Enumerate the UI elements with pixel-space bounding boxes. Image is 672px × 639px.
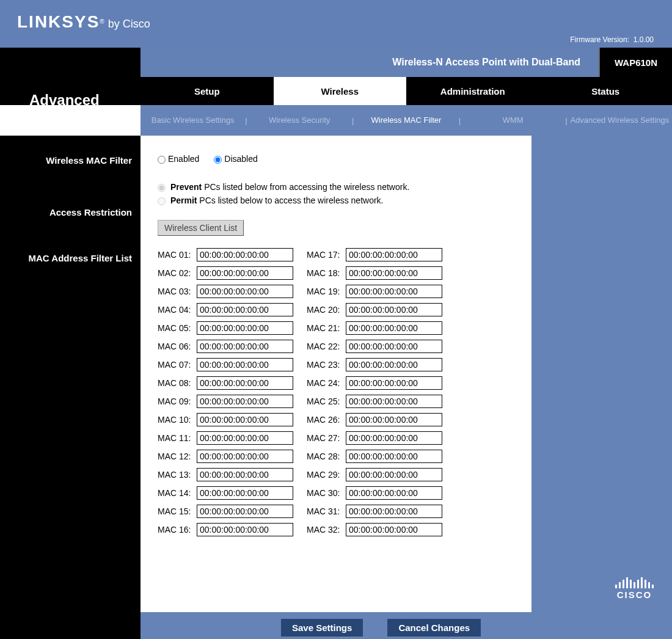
header-bar: LINKSYS®by Cisco Firmware Version: 1.0.0… [0, 0, 672, 48]
mac-label: MAC 26: [307, 415, 346, 425]
mac-input-03[interactable] [197, 285, 293, 298]
mac-input-02[interactable] [197, 266, 293, 280]
cancel-button[interactable]: Cancel Changes [387, 619, 481, 637]
mac-input-16[interactable] [197, 523, 293, 536]
mac-row: MAC 29: [307, 468, 442, 481]
radio-enabled-label[interactable]: Enabled [158, 154, 199, 164]
prevent-row[interactable]: Prevent PCs listed below from accessing … [158, 182, 520, 192]
mac-input-29[interactable] [346, 468, 442, 481]
section-maclist: MAC Address Filter List [0, 247, 141, 269]
mac-input-28[interactable] [346, 450, 442, 463]
mac-label: MAC 04: [158, 305, 197, 315]
main-tabs: Setup Wireless Administration Status [141, 77, 672, 105]
mac-input-07[interactable] [197, 358, 293, 371]
mac-row: MAC 15: [158, 505, 293, 518]
mac-input-04[interactable] [197, 303, 293, 316]
mac-row: MAC 30: [307, 486, 442, 500]
mac-input-32[interactable] [346, 523, 442, 536]
mac-input-01[interactable] [197, 248, 293, 261]
tab-setup[interactable]: Setup [141, 77, 274, 105]
radio-disabled[interactable] [214, 156, 222, 164]
mac-input-21[interactable] [346, 321, 442, 335]
mac-input-13[interactable] [197, 468, 293, 481]
subtab-security[interactable]: Wireless Security [247, 115, 352, 125]
section-restriction: Access Restriction [0, 201, 141, 224]
radio-disabled-label[interactable]: Disabled [214, 154, 257, 164]
subtab-mac-filter[interactable]: Wireless MAC Filter [354, 115, 458, 125]
brand-sub: by Cisco [108, 18, 150, 30]
mac-row: MAC 19: [307, 285, 442, 298]
mac-input-24[interactable] [346, 376, 442, 390]
mac-input-11[interactable] [197, 431, 293, 445]
mac-input-19[interactable] [346, 285, 442, 298]
mac-row: MAC 22: [307, 340, 442, 353]
mac-label: MAC 22: [307, 341, 346, 351]
mac-label: MAC 29: [307, 470, 346, 480]
cisco-bars-icon [615, 577, 654, 588]
mac-input-09[interactable] [197, 395, 293, 408]
mac-input-25[interactable] [346, 395, 442, 408]
mac-label: MAC 05: [158, 323, 197, 333]
mac-label: MAC 15: [158, 506, 197, 516]
subtab-basic[interactable]: Basic Wireless Settings [141, 115, 245, 125]
mac-input-06[interactable] [197, 340, 293, 353]
mac-row: MAC 01: [158, 248, 293, 261]
mac-label: MAC 31: [307, 506, 346, 516]
brand-reg: ® [100, 18, 104, 25]
wireless-client-list-button[interactable]: Wireless Client List [158, 220, 244, 236]
mac-input-17[interactable] [346, 248, 442, 261]
mac-label: MAC 18: [307, 268, 346, 278]
mac-input-23[interactable] [346, 358, 442, 371]
cisco-logo: CISCO [615, 577, 654, 600]
mac-input-08[interactable] [197, 376, 293, 390]
tab-status[interactable]: Status [539, 77, 673, 105]
mac-input-15[interactable] [197, 505, 293, 518]
mac-input-27[interactable] [346, 431, 442, 445]
product-title: Wireless-N Access Point with Dual-Band [141, 48, 599, 77]
mac-label: MAC 17: [307, 250, 346, 260]
mac-row: MAC 26: [307, 413, 442, 426]
permit-row[interactable]: Permit PCs listed below to access the wi… [158, 195, 520, 205]
mac-input-20[interactable] [346, 303, 442, 316]
mac-label: MAC 14: [158, 488, 197, 498]
radio-enabled[interactable] [158, 156, 166, 164]
mac-input-10[interactable] [197, 413, 293, 426]
subtab-wmm[interactable]: WMM [461, 115, 565, 125]
mac-input-30[interactable] [346, 486, 442, 500]
subtab-advanced[interactable]: Advanced Wireless Settings [568, 115, 672, 125]
mac-label: MAC 30: [307, 488, 346, 498]
mac-label: MAC 13: [158, 470, 197, 480]
mac-label: MAC 32: [307, 525, 346, 535]
mac-input-26[interactable] [346, 413, 442, 426]
brand-name: LINKSYS [17, 12, 100, 31]
radio-permit[interactable] [158, 197, 166, 205]
tab-wireless[interactable]: Wireless [274, 77, 407, 105]
mac-label: MAC 02: [158, 268, 197, 278]
mac-input-05[interactable] [197, 321, 293, 335]
mac-row: MAC 13: [158, 468, 293, 481]
section-filter: Wireless MAC Filter [0, 149, 141, 172]
mac-row: MAC 14: [158, 486, 293, 500]
enable-row: Enabled Disabled [158, 154, 520, 164]
mac-row: MAC 12: [158, 450, 293, 463]
mac-row: MAC 10: [158, 413, 293, 426]
mac-input-31[interactable] [346, 505, 442, 518]
mac-label: MAC 01: [158, 250, 197, 260]
mac-input-14[interactable] [197, 486, 293, 500]
radio-prevent[interactable] [158, 184, 166, 192]
mac-row: MAC 32: [307, 523, 442, 536]
tab-administration[interactable]: Administration [406, 77, 539, 105]
mac-label: MAC 20: [307, 305, 346, 315]
mac-row: MAC 04: [158, 303, 293, 316]
mac-input-12[interactable] [197, 450, 293, 463]
mac-label: MAC 28: [307, 451, 346, 461]
mac-input-22[interactable] [346, 340, 442, 353]
product-model: WAP610N [599, 48, 672, 77]
mac-row: MAC 11: [158, 431, 293, 445]
mac-input-18[interactable] [346, 266, 442, 280]
mac-label: MAC 21: [307, 323, 346, 333]
mac-label: MAC 25: [307, 396, 346, 406]
mac-row: MAC 21: [307, 321, 442, 335]
save-button[interactable]: Save Settings [281, 619, 363, 637]
mac-row: MAC 23: [307, 358, 442, 371]
